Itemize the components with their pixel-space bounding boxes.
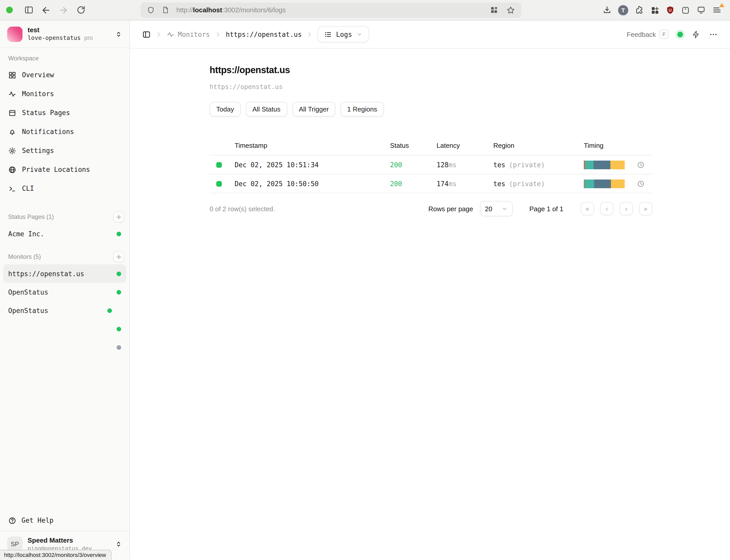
clock-icon[interactable]: [637, 180, 645, 187]
panel-left-icon[interactable]: [142, 30, 151, 39]
sidebar-item-status-pages[interactable]: Status Pages: [0, 103, 129, 122]
extension-puzzle-icon[interactable]: [634, 5, 644, 15]
view-switcher[interactable]: Logs: [318, 26, 369, 42]
status-dot: [117, 327, 121, 331]
get-help-label: Get Help: [21, 517, 53, 524]
more-menu-icon[interactable]: [709, 30, 718, 39]
rows-per-page-label: Rows per page: [428, 205, 473, 212]
activity-icon: [8, 90, 16, 98]
monitor-item-label: https://openstat.us: [8, 270, 84, 277]
col-region[interactable]: Region: [493, 142, 584, 149]
zap-icon[interactable]: [692, 30, 700, 39]
get-help-link[interactable]: Get Help: [0, 510, 129, 531]
bell-icon: [8, 128, 16, 136]
filter-status[interactable]: All Status: [246, 102, 287, 117]
ublock-icon[interactable]: [666, 5, 675, 15]
log-latency: 128ms: [436, 161, 493, 169]
monitor-item[interactable]: [3, 338, 126, 356]
gear-icon: [8, 147, 16, 155]
browser-sidebar-toggle-icon[interactable]: [20, 2, 37, 18]
menu-icon[interactable]: [712, 5, 722, 15]
status-pages-section-header: Status Pages (1): [0, 209, 129, 225]
sidebar: test love-openstatus pro Workspace Overv…: [0, 20, 130, 559]
shield-icon[interactable]: [147, 6, 155, 14]
back-icon[interactable]: [37, 2, 55, 18]
chevron-right-icon: [215, 31, 221, 38]
sidebar-item-notifications[interactable]: Notifications: [0, 122, 129, 141]
url-text[interactable]: http://localhost:3002/monitors/6/logs: [176, 6, 286, 14]
col-timestamp[interactable]: Timestamp: [230, 142, 390, 149]
sidebar-item-private-locations[interactable]: Private Locations: [0, 160, 129, 179]
table-pagination: 0 of 2 row(s) selected. Rows per page 20…: [210, 201, 652, 216]
last-page-button[interactable]: »: [639, 202, 652, 215]
prev-page-button[interactable]: ‹: [600, 202, 613, 215]
device-icon[interactable]: [696, 5, 706, 15]
sidebar-item-overview[interactable]: Overview: [0, 65, 129, 84]
rows-per-page-value: 20: [485, 205, 492, 212]
breadcrumb-monitors[interactable]: Monitors: [167, 30, 210, 38]
filter-date[interactable]: Today: [210, 102, 241, 117]
container-tab-icon[interactable]: [681, 5, 690, 15]
monitor-item[interactable]: https://openstat.us: [3, 264, 126, 283]
table-row[interactable]: Dec 02, 2025 10:51:34 200 128ms tes(priv…: [210, 155, 652, 174]
workspace-switcher[interactable]: test love-openstatus pro: [0, 20, 129, 48]
sidebar-item-settings[interactable]: Settings: [0, 141, 129, 160]
extensions-grid-icon[interactable]: [650, 5, 659, 15]
sidebar-item-label: Settings: [22, 147, 54, 154]
workspace-plan: pro: [84, 35, 93, 41]
log-region: tes(private): [493, 161, 584, 169]
chevron-down-icon: [356, 31, 362, 37]
reload-icon[interactable]: [72, 2, 90, 18]
table-row[interactable]: Dec 02, 2025 10:50:50 200 174ms tes(priv…: [210, 174, 652, 193]
bookmark-star-icon[interactable]: [506, 5, 515, 15]
page-title: https://openstat.us: [210, 65, 730, 76]
status-dot: [117, 345, 121, 350]
filter-regions[interactable]: 1 Regions: [341, 102, 384, 117]
log-timestamp: Dec 02, 2025 10:50:50: [230, 180, 390, 187]
add-status-page-button[interactable]: [113, 211, 124, 222]
chevrons-up-down-icon: [115, 30, 122, 38]
log-timestamp: Dec 02, 2025 10:51:34: [230, 161, 390, 169]
status-dot: [117, 231, 121, 236]
traffic-light-green[interactable]: [6, 7, 13, 13]
content-header: Monitors https://openstat.us Logs Feedba…: [130, 20, 730, 49]
breadcrumb-monitor-name[interactable]: https://openstat.us: [226, 30, 302, 38]
monitor-item[interactable]: OpenStatus: [3, 283, 126, 301]
next-page-button[interactable]: ›: [620, 202, 633, 215]
clock-icon[interactable]: [637, 161, 645, 169]
table-header: Timestamp Status Latency Region Timing: [210, 136, 652, 155]
activity-icon: [167, 30, 174, 38]
chevron-right-icon: [307, 31, 313, 38]
forward-icon[interactable]: [55, 2, 72, 18]
monitor-item[interactable]: [3, 320, 126, 338]
screen: http://localhost:3002/monitors/6/logs T: [0, 0, 730, 560]
status-page-item[interactable]: Acme Inc.: [3, 225, 126, 243]
status-pages-section-title: Status Pages (1): [8, 213, 54, 220]
picture-in-picture-icon[interactable]: [490, 6, 498, 14]
col-timing[interactable]: Timing: [584, 142, 652, 149]
sidebar-item-label: Overview: [22, 71, 54, 79]
col-latency[interactable]: Latency: [436, 142, 493, 149]
status-bar-link: http://localhost:3002/monitors/3/overvie…: [0, 550, 112, 560]
sidebar-item-monitors[interactable]: Monitors: [0, 84, 129, 103]
filter-trigger[interactable]: All Trigger: [292, 102, 336, 117]
workspace-avatar: [7, 26, 23, 42]
monitor-item[interactable]: OpenStatus: [3, 301, 126, 320]
rows-per-page-select[interactable]: 20: [480, 201, 512, 216]
status-dot: [117, 271, 121, 276]
system-status-dot[interactable]: [677, 31, 683, 37]
monitors-section-header: Monitors (5): [0, 249, 129, 264]
add-monitor-button[interactable]: [113, 251, 124, 262]
sidebar-item-label: Private Locations: [22, 166, 90, 173]
downloads-icon[interactable]: [602, 5, 612, 15]
sidebar-item-label: Notifications: [22, 128, 74, 136]
feedback-button[interactable]: Feedback F: [627, 30, 669, 39]
sidebar-item-cli[interactable]: CLI: [0, 179, 129, 198]
logs-page: https://openstat.us https://openstat.us …: [130, 49, 730, 216]
col-status[interactable]: Status: [390, 142, 436, 149]
user-name: Speed Matters: [28, 536, 92, 545]
url-bar[interactable]: http://localhost:3002/monitors/6/logs: [141, 2, 521, 18]
first-page-button[interactable]: «: [581, 202, 594, 215]
page-info-icon[interactable]: [162, 6, 169, 14]
extension-t-icon[interactable]: T: [618, 5, 628, 15]
